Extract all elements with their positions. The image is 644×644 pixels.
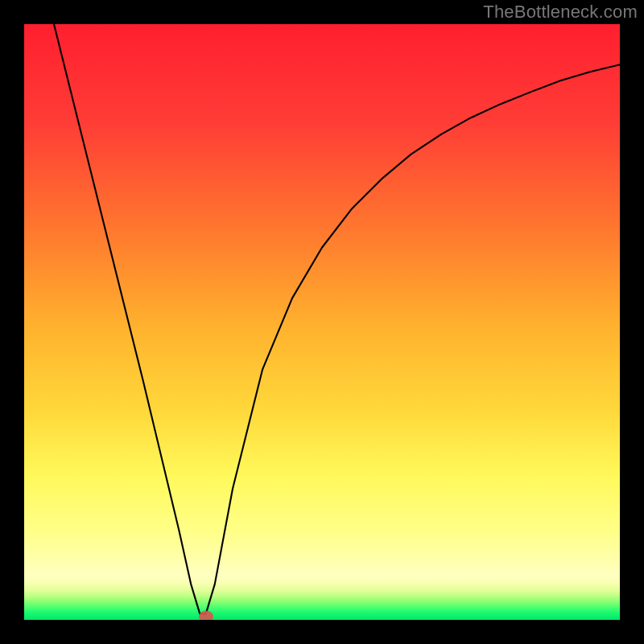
curve-path [54, 24, 620, 614]
curve-svg [24, 24, 620, 620]
chart-frame: TheBottleneck.com [0, 0, 644, 644]
plot-area [24, 24, 620, 620]
minimum-marker [199, 611, 213, 620]
watermark-text: TheBottleneck.com [483, 2, 638, 23]
